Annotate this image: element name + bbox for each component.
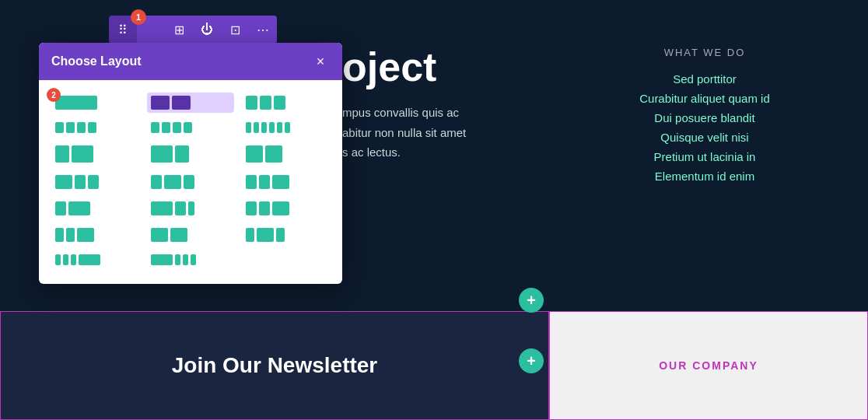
add-section-button-1[interactable]: + (519, 288, 544, 313)
layout-option-r5b[interactable] (147, 198, 235, 219)
sidebar-link-5[interactable]: Elementum id enim (557, 170, 852, 183)
add-section-button-2[interactable]: + (519, 348, 544, 373)
badge1-button[interactable]: 1 (137, 16, 165, 44)
our-company-label: OUR COMPANY (659, 359, 758, 372)
sidebar-link-3[interactable]: Quisque velit nisi (557, 131, 852, 144)
modal-close-button[interactable]: × (311, 52, 330, 71)
layout-option-r6b[interactable] (147, 225, 235, 245)
more-button[interactable]: ⋯ (249, 16, 277, 44)
layout-row-5 (51, 198, 330, 219)
sidebar-link-4[interactable]: Pretium ut lacinia in (557, 150, 852, 163)
layout-row-4 (51, 172, 330, 192)
bottom-section: Join Our Newsletter OUR COMPANY (0, 311, 868, 420)
choose-layout-modal: Choose Layout × 2 (39, 43, 342, 284)
layout-row-2 (51, 119, 330, 136)
layout-option-4col-a[interactable] (51, 119, 139, 136)
main-body-text: mpus convallis quis ac abitur non nulla … (342, 103, 466, 163)
power-button[interactable]: ⏻ (193, 16, 221, 44)
layout-option-1col[interactable]: 2 (51, 93, 139, 113)
layout-option-1-2[interactable] (51, 142, 139, 166)
layout-option-4col-b[interactable] (147, 119, 235, 136)
layout-option-2col[interactable] (147, 93, 235, 113)
modal-header: Choose Layout × (39, 43, 342, 80)
modal-body: 2 (39, 80, 342, 284)
layout-option-r7a[interactable] (51, 251, 139, 268)
element-toolbar: ⠿ 1 ⊞ ⏻ ⊡ ⋯ (109, 16, 277, 44)
layout-option-3col[interactable] (242, 93, 330, 113)
right-sidebar: WHAT WE DO Sed porttitor Curabitur aliqu… (541, 31, 868, 205)
layout-row-6 (51, 225, 330, 245)
main-title: oject (342, 47, 466, 87)
newsletter-label: Join Our Newsletter (172, 353, 378, 378)
layout-option-2-2[interactable] (242, 142, 330, 166)
layout-option-r6a[interactable] (51, 225, 139, 245)
trash-button[interactable]: ⊡ (221, 16, 249, 44)
sidebar-heading: WHAT WE DO (557, 47, 852, 58)
badge1: 1 (131, 9, 146, 25)
layout-option-2-1[interactable] (147, 142, 235, 166)
layout-option-r4c[interactable] (242, 172, 330, 192)
sidebar-link-1[interactable]: Curabitur aliquet quam id (557, 92, 852, 105)
main-content-area: oject mpus convallis quis ac abitur non … (342, 47, 466, 163)
layout-option-r5c[interactable] (242, 198, 330, 219)
title-text: oject (342, 44, 436, 89)
layout-option-r4a[interactable] (51, 172, 139, 192)
pin-button[interactable]: ⊞ (165, 16, 193, 44)
layout-option-r7b[interactable] (147, 251, 235, 268)
sidebar-link-2[interactable]: Dui posuere blandit (557, 111, 852, 124)
layout-option-r4b[interactable] (147, 172, 235, 192)
sidebar-link-0[interactable]: Sed porttitor (557, 72, 852, 86)
our-company-section: OUR COMPANY (549, 311, 868, 420)
layout-option-6col[interactable] (242, 119, 330, 136)
layout-row-7 (51, 251, 330, 268)
modal-title: Choose Layout (51, 54, 142, 68)
layout-row-1: 2 (51, 93, 330, 113)
toolbar-badge1-wrapper: 1 (137, 16, 165, 44)
layout-option-r6c[interactable] (242, 225, 330, 245)
layout-row-3 (51, 142, 330, 166)
layout-badge-2: 2 (47, 88, 61, 102)
layout-option-r5a[interactable] (51, 198, 139, 219)
newsletter-section: Join Our Newsletter (0, 311, 549, 420)
